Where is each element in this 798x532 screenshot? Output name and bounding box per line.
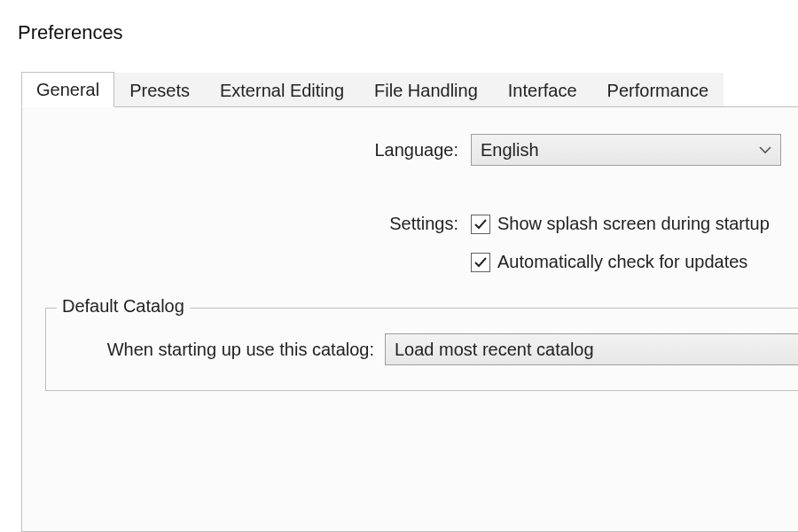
tab-presets[interactable]: Presets: [114, 73, 205, 107]
settings-label: Settings:: [45, 214, 471, 234]
tab-general[interactable]: General: [21, 72, 114, 107]
default-catalog-group: Default Catalog When starting up use thi…: [45, 308, 798, 391]
checkbox-splash-label: Show splash screen during startup: [497, 214, 770, 234]
language-dropdown[interactable]: English: [471, 134, 781, 166]
checkbox-splash-row[interactable]: Show splash screen during startup: [471, 214, 770, 234]
catalog-value: Load most recent catalog: [395, 340, 594, 360]
language-value: English: [481, 140, 539, 160]
checkbox-splash[interactable]: [471, 215, 490, 234]
preferences-panel: General Presets External Editing File Ha…: [21, 71, 798, 532]
check-icon: [473, 217, 488, 231]
checkbox-updates[interactable]: [471, 253, 490, 272]
catalog-dropdown[interactable]: Load most recent catalog: [385, 333, 798, 365]
tab-external-editing[interactable]: External Editing: [205, 73, 359, 107]
checkbox-updates-label: Automatically check for updates: [497, 252, 747, 272]
language-label: Language:: [45, 140, 471, 160]
checkbox-updates-row[interactable]: Automatically check for updates: [471, 252, 747, 272]
window-title: Preferences: [0, 0, 798, 53]
default-catalog-legend: Default Catalog: [57, 296, 190, 317]
language-row: Language: English: [45, 134, 798, 166]
tab-performance[interactable]: Performance: [592, 73, 724, 107]
chevron-down-icon: [759, 145, 771, 154]
catalog-label: When starting up use this catalog:: [66, 340, 385, 360]
tab-file-handling[interactable]: File Handling: [359, 73, 493, 107]
settings-block: Settings: Show splash screen during star…: [45, 214, 798, 272]
tab-interface[interactable]: Interface: [493, 73, 592, 107]
tabpanel-general: Language: English Settings: Show splash …: [21, 106, 798, 532]
check-icon: [473, 255, 488, 270]
tabstrip: General Presets External Editing File Ha…: [21, 71, 798, 106]
